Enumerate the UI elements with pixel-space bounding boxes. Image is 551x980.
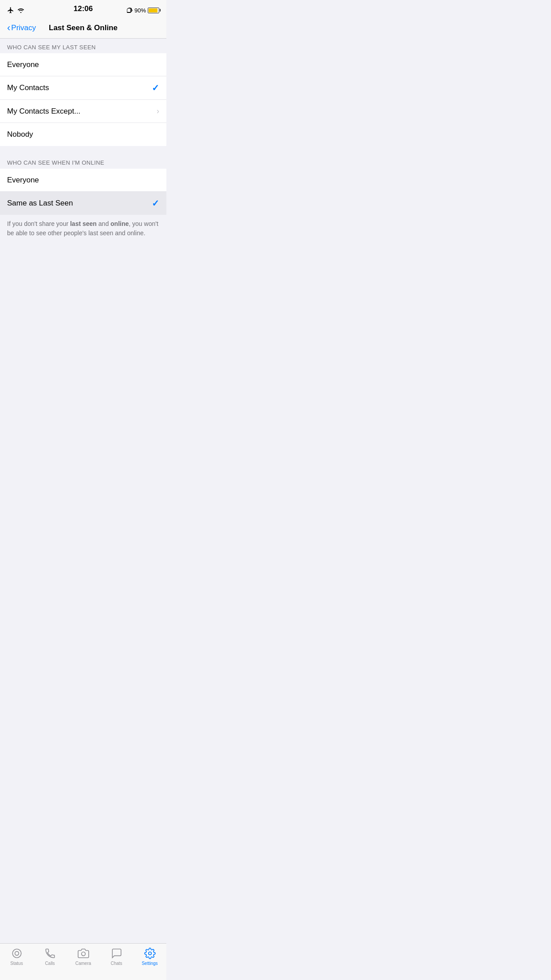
last-seen-header: WHO CAN SEE MY LAST SEEN <box>0 39 166 53</box>
option-my-contacts-label: My Contacts <box>7 83 49 92</box>
option-everyone-last-seen[interactable]: Everyone <box>0 53 166 76</box>
info-bold-last-seen: last seen <box>70 220 97 227</box>
back-button[interactable]: ‹ Privacy <box>7 23 36 33</box>
option-nobody-label: Nobody <box>7 130 33 139</box>
online-options: Everyone Same as Last Seen ✓ <box>0 169 166 215</box>
back-label: Privacy <box>11 24 36 32</box>
contacts-except-chevron-icon: › <box>157 107 159 116</box>
back-chevron-icon: ‹ <box>7 23 10 33</box>
option-my-contacts-except-label: My Contacts Except... <box>7 107 80 116</box>
info-middle: and <box>97 220 110 227</box>
nav-bar: ‹ Privacy Last Seen & Online <box>0 20 166 39</box>
online-header: WHO CAN SEE WHEN I'M ONLINE <box>0 154 166 169</box>
info-prefix: If you don't share your <box>7 220 70 227</box>
option-nobody[interactable]: Nobody <box>0 123 166 146</box>
option-everyone-online-label: Everyone <box>7 176 39 185</box>
option-my-contacts-except[interactable]: My Contacts Except... › <box>0 100 166 123</box>
wifi-icon <box>17 7 25 13</box>
status-left-icons <box>7 7 25 14</box>
status-right-icons: 90% <box>127 7 159 14</box>
last-seen-section: WHO CAN SEE MY LAST SEEN Everyone My Con… <box>0 39 166 146</box>
status-bar: 12:06 90% <box>0 0 166 20</box>
nav-title: Last Seen & Online <box>49 24 118 32</box>
battery-icon <box>148 8 159 13</box>
info-text: If you don't share your last seen and on… <box>0 215 166 245</box>
option-everyone-label: Everyone <box>7 60 39 69</box>
option-same-as-last-seen-label: Same as Last Seen <box>7 199 73 208</box>
last-seen-options: Everyone My Contacts ✓ My Contacts Excep… <box>0 53 166 146</box>
airplane-icon <box>7 7 14 14</box>
option-my-contacts[interactable]: My Contacts ✓ <box>0 76 166 100</box>
option-everyone-online[interactable]: Everyone <box>0 169 166 192</box>
option-same-as-last-seen[interactable]: Same as Last Seen ✓ <box>0 192 166 215</box>
online-section: WHO CAN SEE WHEN I'M ONLINE Everyone Sam… <box>0 154 166 215</box>
status-time: 12:06 <box>74 4 93 13</box>
section-spacer-1 <box>0 146 166 154</box>
same-as-last-seen-checkmark: ✓ <box>152 198 159 209</box>
battery-percentage: 90% <box>134 7 146 14</box>
my-contacts-checkmark: ✓ <box>152 83 159 93</box>
content-area: WHO CAN SEE MY LAST SEEN Everyone My Con… <box>0 39 166 282</box>
info-bold-online: online <box>110 220 129 227</box>
orientation-lock-icon <box>127 8 133 13</box>
